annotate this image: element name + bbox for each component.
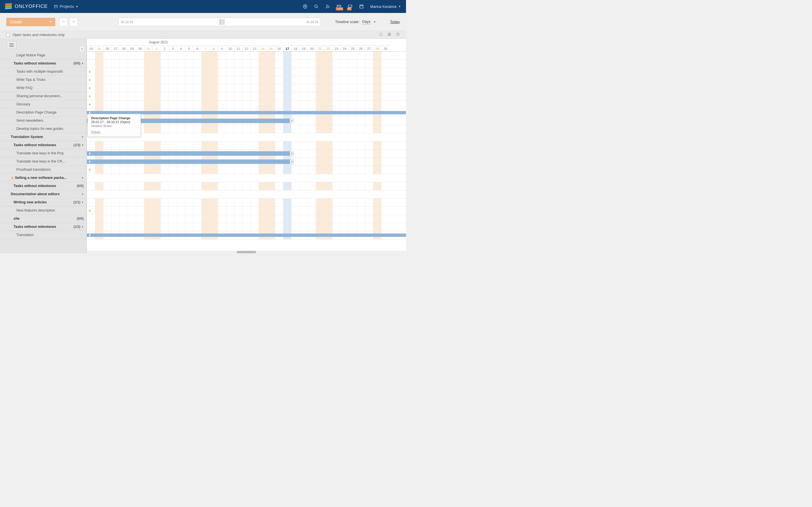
- mail-icon[interactable]: >100: [336, 4, 342, 9]
- task-row[interactable]: Translate new keys in the Proj: [0, 149, 87, 158]
- project-row[interactable]: Selling a new software packa...▼: [0, 174, 87, 182]
- row-label: Description Page Change: [16, 110, 84, 114]
- milestone-header[interactable]: Tasks without milestones(1/3) ▼: [0, 141, 87, 149]
- payments-icon[interactable]: [303, 4, 308, 9]
- today-link[interactable]: Today: [390, 20, 400, 24]
- onlyoffice-logo-icon: [5, 3, 12, 10]
- gantt-bar[interactable]: [87, 233, 406, 237]
- project-row[interactable]: Translation System▼: [0, 133, 87, 141]
- refresh-icon[interactable]: [379, 33, 383, 37]
- gantt-row[interactable]: [87, 93, 406, 101]
- row-count: (0/0): [77, 184, 84, 188]
- gantt-row[interactable]: [87, 101, 406, 109]
- milestone-header[interactable]: Tasks without milestones(6/8) ▼: [0, 59, 87, 68]
- milestone-header[interactable]: Tasks without milestones(0/0): [0, 182, 87, 190]
- open-only-label: Open tasks and milestones only: [13, 33, 64, 37]
- feed-icon[interactable]: [325, 4, 330, 9]
- link-icon[interactable]: [290, 151, 294, 156]
- task-row[interactable]: New features description: [0, 207, 87, 215]
- create-button[interactable]: Create: [6, 18, 55, 26]
- gantt-row[interactable]: [87, 158, 406, 166]
- task-row[interactable]: Write Tips & Tricks: [0, 76, 87, 84]
- caret-down-icon: ▼: [82, 226, 84, 228]
- task-row[interactable]: Translate new keys in the CR...: [0, 158, 87, 166]
- gantt-row[interactable]: [87, 142, 406, 150]
- gantt-row[interactable]: [87, 190, 406, 199]
- gantt-row[interactable]: [87, 199, 406, 207]
- day-cell: 29: [381, 46, 389, 51]
- task-row[interactable]: Glossary: [0, 100, 87, 108]
- day-cell: 23: [332, 46, 340, 51]
- task-row[interactable]: Write FAQ: [0, 84, 87, 92]
- day-cell: 6: [193, 46, 201, 51]
- gantt-row[interactable]: [87, 60, 406, 68]
- day-cell: 31: [144, 46, 152, 51]
- gantt-row[interactable]: [87, 166, 406, 174]
- gantt-bar[interactable]: [87, 151, 290, 156]
- open-only-checkbox[interactable]: [6, 33, 10, 37]
- calendar-icon[interactable]: [359, 4, 364, 9]
- toolbar: Create 01.12.10 31.03.32 Timeline scale:…: [0, 13, 406, 31]
- search-icon[interactable]: [314, 4, 319, 9]
- gantt-row[interactable]: [87, 182, 406, 190]
- redo-button[interactable]: [69, 18, 78, 26]
- gantt-body[interactable]: [87, 52, 406, 239]
- gantt-row[interactable]: [87, 68, 406, 76]
- gantt-row[interactable]: [87, 84, 406, 93]
- day-cell: 29: [128, 46, 136, 51]
- task-row[interactable]: Develop topics for new guides: [0, 125, 87, 133]
- help-icon[interactable]: [396, 33, 400, 37]
- top-bar: ONLYOFFICE Projects ▼ >100 91 Marina Ken…: [0, 0, 406, 13]
- day-cell: 4: [177, 46, 185, 51]
- horizontal-scrollbar[interactable]: [87, 251, 406, 253]
- user-menu[interactable]: Marina Kendrick ▼: [370, 4, 401, 9]
- milestone-header[interactable]: Writing new articles(1/1) ▼: [0, 198, 87, 207]
- milestone-header[interactable]: Tasks without milestones(1/2) ▼: [0, 223, 87, 231]
- continues-left-icon: [87, 160, 90, 163]
- task-row[interactable]: Sharing personal document...: [0, 92, 87, 100]
- day-cell: 28: [373, 46, 381, 51]
- continues-left-icon: [87, 209, 90, 212]
- continues-left-icon: [87, 152, 90, 155]
- task-row[interactable]: Send newsletters: [0, 117, 87, 125]
- task-row[interactable]: Tasks with multiple responsibl: [0, 68, 87, 76]
- task-row[interactable]: Translation: [0, 231, 87, 239]
- gantt-row[interactable]: [87, 174, 406, 182]
- print-icon[interactable]: [388, 33, 391, 37]
- caret-down-icon: ▼: [398, 5, 401, 8]
- day-cell: 22: [324, 46, 332, 51]
- milestone-header[interactable]: site(0/0): [0, 215, 87, 223]
- day-cell: 27: [365, 46, 373, 51]
- menu-icon[interactable]: [7, 41, 16, 49]
- caret-down-icon: ▼: [82, 136, 84, 138]
- gantt-row[interactable]: [87, 207, 406, 215]
- gantt-row[interactable]: [87, 76, 406, 84]
- scale-value[interactable]: Days: [362, 19, 371, 24]
- task-row[interactable]: Description Page Change: [0, 108, 87, 117]
- row-label: Develop topics for new guides: [16, 127, 84, 131]
- undo-button[interactable]: [59, 18, 68, 26]
- gantt-row[interactable]: [87, 231, 406, 239]
- task-sidebar: + Legal Notice PageTasks without milesto…: [0, 39, 87, 253]
- day-cell: 1: [152, 46, 160, 51]
- task-row[interactable]: Proofread translations: [0, 166, 87, 174]
- caret-down-icon: ▼: [82, 144, 84, 147]
- row-label: Tasks without milestones: [13, 61, 71, 65]
- gantt-row[interactable]: [87, 215, 406, 223]
- module-dropdown[interactable]: Projects ▼: [54, 4, 78, 9]
- timeline-range-slider[interactable]: 01.12.10 31.03.32: [118, 18, 321, 26]
- project-row[interactable]: Documentation about editors▼: [0, 190, 87, 198]
- continues-left-icon: [87, 95, 90, 98]
- gantt-row[interactable]: [87, 150, 406, 158]
- link-icon[interactable]: [290, 118, 294, 123]
- task-row[interactable]: Legal Notice Page: [0, 51, 87, 59]
- link-icon[interactable]: [290, 159, 294, 164]
- gantt-row[interactable]: [87, 223, 406, 231]
- gantt-row[interactable]: [87, 52, 406, 60]
- day-cell: 25: [349, 46, 357, 51]
- caret-down-icon: ▼: [82, 201, 84, 204]
- chat-icon[interactable]: 91: [348, 4, 353, 9]
- gantt-bar[interactable]: [87, 159, 290, 164]
- add-column-button[interactable]: +: [79, 46, 85, 52]
- tooltip-details-link[interactable]: Details: [91, 130, 101, 134]
